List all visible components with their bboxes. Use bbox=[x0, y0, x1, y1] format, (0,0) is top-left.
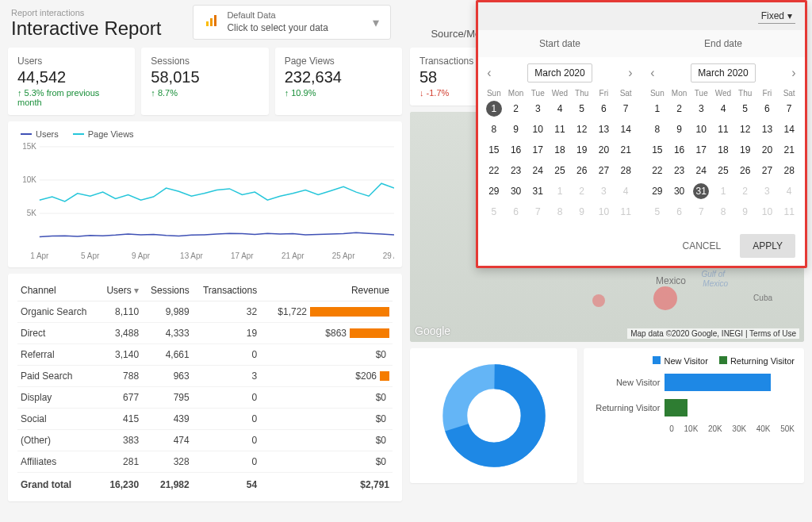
calendar-day[interactable]: 11 bbox=[615, 204, 637, 220]
calendar-day[interactable]: 17 bbox=[527, 142, 549, 158]
calendar-day[interactable]: 3 bbox=[690, 101, 712, 117]
calendar-day[interactable]: 2 bbox=[505, 101, 527, 117]
calendar-day[interactable]: 11 bbox=[549, 121, 571, 137]
calendar-day[interactable]: 1 bbox=[486, 101, 502, 117]
calendar-day[interactable]: 22 bbox=[483, 163, 505, 178]
prev-month-icon[interactable]: ‹ bbox=[646, 67, 659, 79]
calendar-day[interactable]: 6 bbox=[668, 204, 691, 220]
prev-month-icon[interactable]: ‹ bbox=[483, 67, 496, 79]
calendar-day[interactable]: 5 bbox=[734, 101, 756, 117]
calendar-day[interactable]: 10 bbox=[756, 204, 779, 220]
calendar-day[interactable]: 1 bbox=[712, 183, 734, 199]
calendar-day[interactable]: 30 bbox=[668, 183, 691, 199]
calendar-day[interactable]: 24 bbox=[527, 163, 549, 178]
calendar-day[interactable]: 21 bbox=[615, 142, 637, 158]
calendar-day[interactable]: 12 bbox=[734, 121, 756, 137]
data-source-selector[interactable]: Default Data Click to select your data ▾ bbox=[193, 5, 391, 40]
calendar-day[interactable]: 29 bbox=[483, 183, 505, 199]
calendar-day[interactable]: 2 bbox=[734, 183, 756, 199]
date-mode-dropdown[interactable]: Fixed ▾ bbox=[758, 9, 795, 24]
calendar-day[interactable]: 8 bbox=[549, 204, 571, 220]
calendar-day[interactable]: 1 bbox=[549, 183, 571, 199]
calendar-day[interactable]: 29 bbox=[646, 183, 668, 199]
col-sessions[interactable]: Sessions bbox=[142, 280, 193, 301]
calendar-day[interactable]: 10 bbox=[690, 121, 712, 137]
calendar-day[interactable]: 25 bbox=[712, 163, 734, 178]
calendar-day[interactable]: 8 bbox=[712, 204, 734, 220]
calendar-day[interactable]: 2 bbox=[668, 101, 691, 117]
calendar-day[interactable]: 11 bbox=[712, 121, 734, 137]
calendar-day[interactable]: 24 bbox=[690, 163, 712, 178]
table-row[interactable]: Display677795 0 $0 bbox=[17, 387, 393, 409]
calendar-day[interactable]: 15 bbox=[483, 142, 505, 158]
calendar-day[interactable]: 5 bbox=[483, 204, 505, 220]
calendar-day[interactable]: 8 bbox=[646, 121, 668, 137]
calendar-day[interactable]: 9 bbox=[505, 121, 527, 137]
calendar-day[interactable]: 15 bbox=[646, 142, 668, 158]
calendar-day[interactable]: 31 bbox=[693, 183, 709, 199]
calendar-day[interactable]: 23 bbox=[668, 163, 691, 178]
table-row[interactable]: Affiliates281328 0 $0 bbox=[17, 451, 393, 473]
calendar-day[interactable]: 30 bbox=[505, 183, 527, 199]
calendar-day[interactable]: 7 bbox=[527, 204, 549, 220]
calendar-day[interactable]: 19 bbox=[571, 142, 593, 158]
next-month-icon[interactable]: › bbox=[787, 67, 800, 79]
calendar-day[interactable]: 4 bbox=[549, 101, 571, 117]
table-row[interactable]: Referral3,1404,661 0 $0 bbox=[17, 344, 393, 366]
metric-users[interactable]: Users 44,542 5.3% from previous month bbox=[8, 48, 135, 115]
calendar-day[interactable]: 5 bbox=[571, 101, 593, 117]
calendar-day[interactable]: 11 bbox=[778, 204, 800, 220]
calendar-day[interactable]: 6 bbox=[756, 101, 779, 117]
calendar-day[interactable]: 9 bbox=[668, 121, 691, 137]
calendar-day[interactable]: 17 bbox=[690, 142, 712, 158]
metric-sessions[interactable]: Sessions 58,015 8.7% bbox=[141, 48, 268, 115]
line-chart[interactable]: 15K10K5K1 Apr5 Apr9 Apr13 Apr17 Apr21 Ap… bbox=[16, 142, 394, 261]
calendar-day[interactable]: 19 bbox=[734, 142, 756, 158]
calendar-day[interactable]: 18 bbox=[712, 142, 734, 158]
visitor-bar-chart[interactable]: New Visitor Returning Visitor New Visito… bbox=[584, 348, 804, 483]
table-row[interactable]: Organic Search8,1109,989 32 $1,722 bbox=[17, 301, 393, 323]
calendar-day[interactable]: 28 bbox=[615, 163, 637, 178]
apply-button[interactable]: APPLY bbox=[740, 234, 795, 258]
col-revenue[interactable]: Revenue bbox=[260, 280, 393, 301]
calendar-day[interactable]: 18 bbox=[549, 142, 571, 158]
calendar-day[interactable]: 4 bbox=[778, 183, 800, 199]
calendar-day[interactable]: 27 bbox=[756, 163, 779, 178]
calendar-day[interactable]: 3 bbox=[527, 101, 549, 117]
table-row[interactable]: Social415439 0 $0 bbox=[17, 409, 393, 430]
table-row[interactable]: (Other)383474 0 $0 bbox=[17, 430, 393, 451]
table-row[interactable]: Direct3,4884,333 19 $863 bbox=[17, 323, 393, 344]
calendar-day[interactable]: 7 bbox=[690, 204, 712, 220]
calendar-day[interactable]: 10 bbox=[593, 204, 615, 220]
calendar-day[interactable]: 9 bbox=[571, 204, 593, 220]
month-label[interactable]: March 2020 bbox=[691, 63, 755, 83]
calendar-day[interactable]: 14 bbox=[778, 121, 800, 137]
calendar-day[interactable]: 14 bbox=[615, 121, 637, 137]
month-label[interactable]: March 2020 bbox=[527, 63, 592, 83]
calendar-day[interactable]: 31 bbox=[527, 183, 549, 199]
col-transactions[interactable]: Transactions bbox=[193, 280, 261, 301]
calendar-day[interactable]: 20 bbox=[593, 142, 615, 158]
calendar-day[interactable]: 26 bbox=[734, 163, 756, 178]
calendar-day[interactable]: 8 bbox=[483, 121, 505, 137]
next-month-icon[interactable]: › bbox=[624, 67, 637, 79]
calendar-day[interactable]: 12 bbox=[571, 121, 593, 137]
calendar-day[interactable]: 21 bbox=[778, 142, 800, 158]
calendar-day[interactable]: 23 bbox=[505, 163, 527, 178]
table-row[interactable]: Paid Search788963 3 $206 bbox=[17, 366, 393, 387]
calendar-day[interactable]: 2 bbox=[571, 183, 593, 199]
calendar-day[interactable]: 16 bbox=[505, 142, 527, 158]
calendar-day[interactable]: 7 bbox=[778, 101, 800, 117]
calendar-day[interactable]: 20 bbox=[756, 142, 779, 158]
calendar-day[interactable]: 3 bbox=[593, 183, 615, 199]
calendar-day[interactable]: 28 bbox=[778, 163, 800, 178]
donut-chart[interactable] bbox=[410, 348, 577, 483]
calendar-day[interactable]: 5 bbox=[646, 204, 668, 220]
calendar-day[interactable]: 6 bbox=[505, 204, 527, 220]
calendar-day[interactable]: 4 bbox=[712, 101, 734, 117]
calendar-day[interactable]: 3 bbox=[756, 183, 779, 199]
calendar-day[interactable]: 13 bbox=[593, 121, 615, 137]
calendar-day[interactable]: 10 bbox=[527, 121, 549, 137]
calendar-day[interactable]: 9 bbox=[734, 204, 756, 220]
col-channel[interactable]: Channel bbox=[17, 280, 98, 301]
